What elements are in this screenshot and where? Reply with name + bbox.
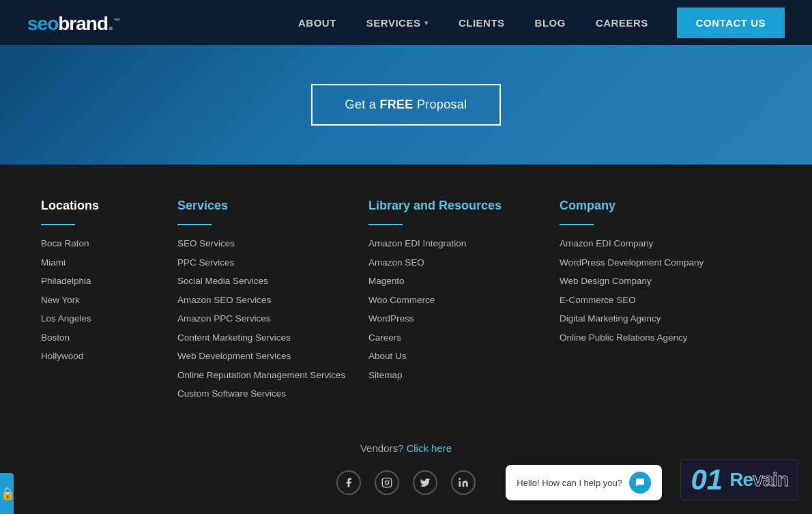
location-hollywood[interactable]: Hollywood [41,352,177,361]
logo-brand: brand [58,13,108,34]
chat-widget[interactable]: Hello! How can I help you? [506,465,662,500]
footer-grid: Locations Boca Raton Miami Philadelphia … [41,199,771,408]
vendors-label: Vendors? [360,442,403,454]
chat-bubble: Hello! How can I help you? [506,465,662,500]
service-ppc[interactable]: PPC Services [177,258,368,268]
vendors-link[interactable]: Click here [406,442,452,454]
proposal-button[interactable]: Get a FREE Proposal [311,84,502,126]
instagram-icon[interactable] [375,470,399,495]
logo[interactable]: seobrand.™ [27,10,119,35]
service-amazon-ppc[interactable]: Amazon PPC Services [177,314,368,324]
logo-dot: . [108,10,113,35]
location-boca-raton[interactable]: Boca Raton [41,239,177,248]
company-ecommerce-seo[interactable]: E-Commerce SEO [560,296,751,305]
service-orm[interactable]: Online Reputation Management Services [177,371,368,380]
svg-point-3 [459,478,461,480]
hero-section: Get a FREE Proposal [0,45,812,165]
chat-icon[interactable] [629,472,651,494]
service-seo[interactable]: SEO Services [177,239,368,248]
company-online-pr[interactable]: Online Public Relations Agency [560,333,751,343]
footer-services-col: Services SEO Services PPC Services Socia… [177,199,368,408]
service-amazon-seo[interactable]: Amazon SEO Services [177,296,368,305]
svg-point-2 [389,479,390,480]
logo-tm: ™ [113,16,119,24]
locations-title: Locations [41,199,177,213]
nav-clients[interactable]: CLIENTS [444,17,520,29]
revain-brand-name: Revain [729,469,788,491]
nav-blog[interactable]: BLOG [520,17,581,29]
footer-library-col: Library and Resources Amazon EDI Integra… [368,199,560,408]
library-amazon-seo[interactable]: Amazon SEO [368,258,560,268]
footer-company-col: Company Amazon EDI Company WordPress Dev… [560,199,751,408]
service-web-development[interactable]: Web Development Services [177,352,368,361]
privacy-bar[interactable]: 🔒 [0,473,14,514]
nav-services[interactable]: SERVICES ▾ [351,17,444,29]
chevron-down-icon: ▾ [424,19,429,27]
service-custom-software[interactable]: Custom Software Services [177,389,368,399]
facebook-icon[interactable] [336,470,361,495]
location-boston[interactable]: Boston [41,333,177,343]
company-digital-marketing[interactable]: Digital Marketing Agency [560,314,751,324]
vendors-section: Vendors? Click here [41,442,771,454]
twitter-icon[interactable] [413,470,437,495]
library-sitemap[interactable]: Sitemap [368,371,560,380]
revain-logo-r: 01 [691,466,723,494]
company-wordpress-dev[interactable]: WordPress Development Company [560,258,751,268]
nav-about[interactable]: ABOUT [283,17,351,29]
linkedin-icon[interactable] [451,470,476,495]
location-miami[interactable]: Miami [41,258,177,268]
company-divider [560,224,594,225]
library-woo-commerce[interactable]: Woo Commerce [368,296,560,305]
footer-locations-col: Locations Boca Raton Miami Philadelphia … [41,199,177,408]
nav-careers[interactable]: CAREERS [581,17,663,29]
library-magento[interactable]: Magento [368,276,560,286]
logo-seo: seo [27,13,58,34]
company-title: Company [560,199,751,213]
header: seobrand.™ ABOUT SERVICES ▾ CLIENTS BLOG… [0,0,812,45]
locations-divider [41,224,75,225]
svg-rect-0 [382,478,391,487]
library-amazon-edi[interactable]: Amazon EDI Integration [368,239,560,248]
service-social-media[interactable]: Social Media Services [177,276,368,286]
services-title: Services [177,199,368,213]
library-about-us[interactable]: About Us [368,352,560,361]
revain-widget[interactable]: 01 Revain [680,459,798,500]
company-amazon-edi[interactable]: Amazon EDI Company [560,239,751,248]
library-careers[interactable]: Careers [368,333,560,343]
library-title: Library and Resources [368,199,560,213]
logo-text: seobrand.™ [27,10,119,35]
chat-message: Hello! How can I help you? [517,478,622,488]
services-divider [177,224,212,225]
company-web-design[interactable]: Web Design Company [560,276,751,286]
contact-button[interactable]: CONTACT US [677,8,785,38]
location-los-angeles[interactable]: Los Angeles [41,314,177,324]
main-nav: ABOUT SERVICES ▾ CLIENTS BLOG CAREERS CO… [283,8,785,38]
location-philadelphia[interactable]: Philadelphia [41,276,177,286]
privacy-icon: 🔒 [0,486,14,501]
library-divider [368,224,403,225]
location-new-york[interactable]: New York [41,296,177,305]
library-wordpress[interactable]: WordPress [368,314,560,324]
svg-point-1 [385,481,388,484]
service-content-marketing[interactable]: Content Marketing Services [177,333,368,343]
